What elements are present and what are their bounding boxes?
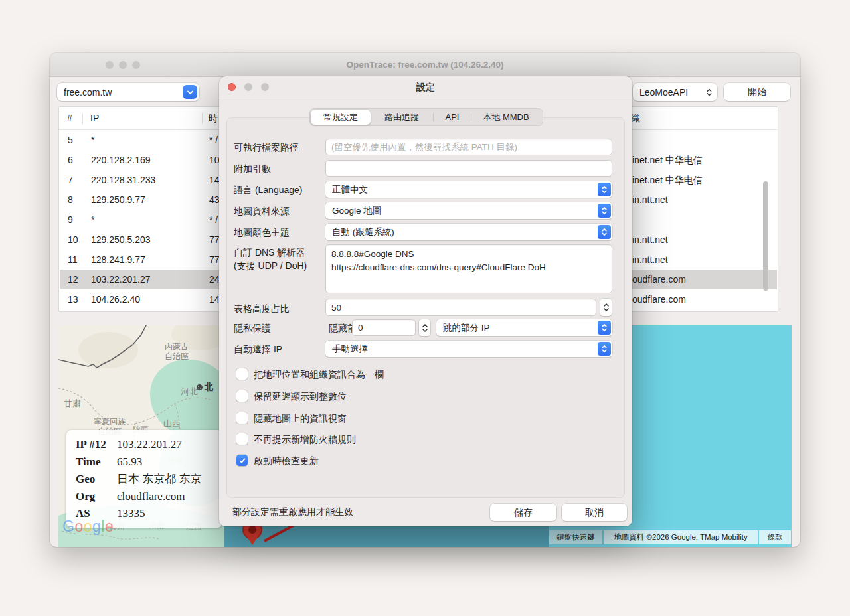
dialog-titlebar: 設定: [219, 76, 632, 98]
restart-note: 部分設定需重啟應用才能生效: [232, 506, 353, 518]
map-source-select[interactable]: Google 地圖: [325, 202, 612, 219]
privacy-count-input[interactable]: [352, 319, 416, 336]
updown-chevron-icon: [706, 88, 713, 97]
api-provider-value: LeoMoeAPI: [639, 87, 688, 98]
exec-path-input[interactable]: [325, 139, 612, 155]
save-button[interactable]: 儲存: [490, 504, 556, 521]
checkbox-check-updates-label: 啟動時檢查更新: [254, 455, 319, 467]
settings-tabbar: 常規設定 路由追蹤 API 本地 MMDB: [309, 108, 543, 126]
main-titlebar: OpenTrace: free.com.tw (104.26.2.40): [50, 53, 800, 77]
col-header-ip[interactable]: IP: [90, 107, 99, 130]
host-combobox-value: free.com.tw: [64, 87, 112, 98]
tab-general[interactable]: 常規設定: [311, 110, 371, 125]
privacy-label: 隱私保護: [234, 321, 271, 335]
checkbox-hide-info-window[interactable]: [236, 412, 248, 424]
chevron-down-icon[interactable]: [183, 85, 197, 99]
keyboard-shortcuts-link[interactable]: 鍵盤快速鍵: [549, 530, 602, 544]
scrollbar[interactable]: [763, 181, 768, 291]
updown-chevron-icon: [598, 204, 611, 218]
dns-resolver-textarea[interactable]: 8.8.8.8#Google DNS https://cloudflare-dn…: [325, 244, 612, 293]
column-divider: [82, 113, 83, 124]
info-row: Time65.93: [76, 453, 222, 471]
privacy-count-stepper[interactable]: [419, 319, 430, 336]
exec-path-label: 可執行檔案路徑: [234, 141, 299, 154]
auto-select-label: 自動選擇 IP: [234, 343, 282, 356]
table-height-label: 表格高度占比: [234, 302, 290, 315]
language-select[interactable]: 正體中文: [325, 181, 612, 198]
checkmark-icon: [238, 457, 246, 465]
map-theme-label: 地圖顏色主題: [234, 226, 290, 239]
privacy-mode-select[interactable]: 跳的部分 IP: [436, 319, 612, 336]
checkbox-latency-integer[interactable]: [236, 390, 248, 402]
tab-local-mmdb[interactable]: 本地 MMDB: [471, 110, 541, 125]
updown-chevron-icon: [598, 342, 611, 356]
table-height-stepper[interactable]: [600, 299, 612, 316]
map-source-label: 地圖資料來源: [234, 204, 290, 218]
col-header-time[interactable]: 時: [209, 107, 218, 130]
api-provider-select[interactable]: LeoMoeAPI: [633, 83, 717, 101]
extra-args-label: 附加引數: [234, 162, 271, 175]
google-logo: Google: [62, 518, 114, 536]
terms-link[interactable]: 條款: [759, 530, 791, 544]
info-row: Geo日本 东京都 东京: [76, 471, 222, 488]
checkbox-check-updates[interactable]: [236, 455, 248, 466]
dns-resolver-label: 自訂 DNS 解析器 (支援 UDP / DoH): [234, 246, 307, 273]
host-combobox[interactable]: free.com.tw: [57, 83, 199, 101]
tab-api[interactable]: API: [434, 110, 471, 125]
language-label: 語言 (Language): [234, 183, 303, 196]
info-row: Orgcloudflare.com: [76, 488, 222, 505]
checkbox-firewall-prompt[interactable]: [236, 433, 248, 445]
checkbox-merge-geo-org-label: 把地理位置和組織資訊合為一欄: [254, 369, 384, 381]
checkbox-hide-info-window-label: 隱藏地圖上的資訊視窗: [254, 413, 347, 425]
checkbox-firewall-prompt-label: 不再提示新增防火牆規則: [254, 434, 356, 446]
start-button-label: 開始: [748, 86, 766, 98]
checkbox-merge-geo-org[interactable]: [236, 368, 248, 380]
checkbox-latency-integer-label: 保留延遲顯示到整數位: [254, 391, 347, 403]
dialog-title: 設定: [219, 76, 632, 98]
column-divider: [202, 113, 203, 124]
updown-chevron-icon: [598, 225, 611, 239]
col-header-num[interactable]: #: [67, 107, 72, 130]
tab-traceroute[interactable]: 路由追蹤: [371, 110, 433, 125]
map-attribution: 地圖資料 ©2026 Google, TMap Mobility: [604, 530, 758, 544]
updown-chevron-icon: [598, 183, 611, 196]
map-info-window: IP #12103.22.201.27 Time65.93 Geo日本 东京都 …: [66, 430, 222, 528]
info-row: IP #12103.22.201.27: [76, 436, 222, 453]
table-height-input[interactable]: [325, 299, 596, 316]
updown-chevron-icon: [598, 321, 611, 335]
cancel-button[interactable]: 取消: [562, 504, 627, 521]
window-title: OpenTrace: free.com.tw (104.26.2.40): [50, 53, 800, 77]
start-button[interactable]: 開始: [724, 83, 790, 101]
map-theme-select[interactable]: 自動 (跟隨系統): [325, 224, 612, 240]
extra-args-input[interactable]: [325, 160, 612, 177]
auto-select-select[interactable]: 手動選擇: [325, 341, 612, 357]
settings-dialog: 設定 常規設定 路由追蹤 API 本地 MMDB 可執行檔案路徑 附加引數 語言…: [219, 76, 632, 526]
